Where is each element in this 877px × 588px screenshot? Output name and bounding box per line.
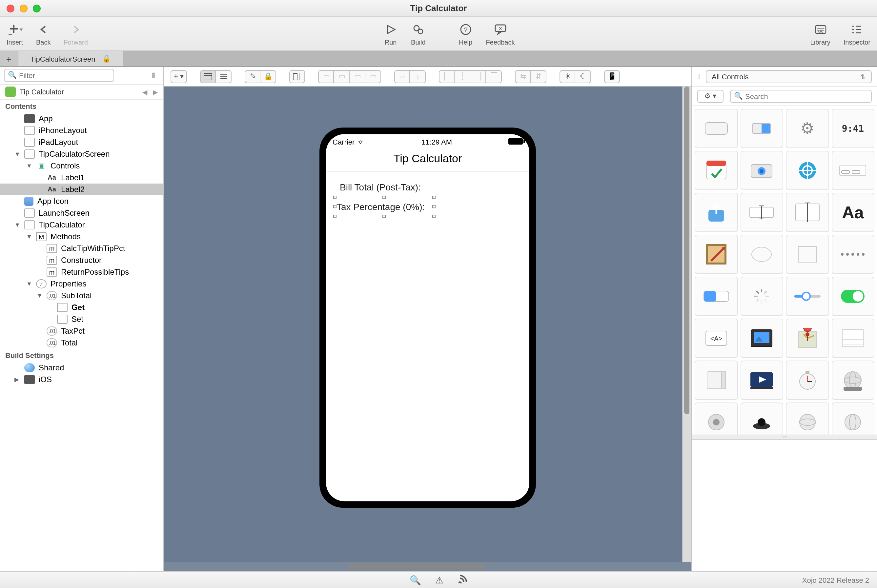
nav-item-launchscreen[interactable]: LaunchScreen (0, 207, 163, 219)
control-settings[interactable]: ⚙ (786, 109, 829, 148)
find-icon[interactable]: 🔍 (410, 574, 421, 585)
library-settings-button[interactable]: ⚙ ▾ (697, 90, 724, 103)
nav-item-prop-subtotal-get[interactable]: Get (0, 302, 163, 314)
navigator-filter-input[interactable] (4, 69, 114, 82)
nav-item-method-returntips[interactable]: mReturnPossibleTips (0, 266, 163, 278)
library-splitter[interactable]: ═ (692, 435, 877, 440)
library-button[interactable]: OK Library (804, 17, 837, 51)
control-container[interactable] (695, 360, 738, 400)
nav-item-method-calctip[interactable]: mCalcTipWithTipPct (0, 243, 163, 254)
device-picker-button[interactable]: 📱 (605, 70, 620, 83)
history-forward-icon[interactable]: ▶ (153, 88, 158, 95)
canvas-hscrollbar[interactable] (164, 562, 691, 571)
control-canvas[interactable] (695, 235, 738, 274)
control-htmlviewer[interactable]: <A> (695, 319, 738, 358)
nav-item-appicon[interactable]: App Icon (0, 195, 163, 207)
label2-control[interactable]: Tax Percentage (0%): (337, 200, 519, 213)
nav-item-prop-taxpct[interactable]: .01TaxPct (0, 325, 163, 337)
control-separator[interactable] (832, 235, 874, 274)
control-camera[interactable] (740, 151, 783, 190)
fill-width-button[interactable]: ↔ (394, 70, 410, 83)
nav-item-label2[interactable]: AaLabel2 (0, 183, 163, 195)
fill-height-button[interactable]: ↕ (410, 70, 426, 83)
align-right-button[interactable]: ▕ (471, 70, 486, 83)
control-progressbar[interactable] (740, 109, 783, 148)
control-toolbar[interactable] (832, 151, 874, 190)
nav-item-tipcalcscreen[interactable]: ▼TipCalculatorScreen (0, 148, 163, 160)
nav-item-ipadlayout[interactable]: iPadLayout (0, 136, 163, 148)
control-clock[interactable]: 9:41 (832, 109, 874, 148)
control-table[interactable] (832, 319, 874, 358)
canvas-vscrollbar[interactable] (682, 87, 691, 562)
warnings-icon[interactable]: ⚠ (435, 574, 444, 585)
view-layout-button[interactable] (200, 70, 216, 83)
control-udpsocket[interactable] (832, 402, 874, 435)
close-window-button[interactable] (6, 4, 14, 12)
control-urlconnection[interactable] (832, 360, 874, 400)
nav-item-ios[interactable]: ▶iOS (0, 374, 163, 386)
nav-item-controls[interactable]: ▼▣Controls (0, 160, 163, 172)
new-tab-button[interactable]: + (0, 51, 18, 66)
align-center-button[interactable]: ┆ (455, 70, 471, 83)
control-textfield[interactable] (740, 193, 783, 232)
design-surface[interactable]: Carrierᯤ 11:29 AM Tip Calculator Bill To… (164, 87, 691, 571)
light-mode-button[interactable]: ☀ (560, 70, 576, 83)
nav-item-iphonelayout[interactable]: iPhoneLayout (0, 124, 163, 136)
library-columns-toggle[interactable]: ⦀ (697, 72, 701, 81)
nav-item-methods[interactable]: ▼MMethods (0, 231, 163, 243)
dark-mode-button[interactable]: ☾ (576, 70, 591, 83)
nav-item-app[interactable]: App (0, 113, 163, 124)
control-textarea[interactable] (786, 193, 829, 232)
nav-item-prop-subtotal-set[interactable]: Set (0, 314, 163, 325)
control-progresswheel[interactable] (740, 277, 783, 316)
control-generic[interactable] (695, 402, 738, 435)
history-back-icon[interactable]: ◀ (142, 88, 147, 95)
nav-item-shared[interactable]: Shared (0, 362, 163, 374)
view-list-button[interactable] (216, 70, 232, 83)
order-forward-button[interactable]: ▭ (334, 70, 350, 83)
navigator-columns-toggle[interactable]: ⦀ (147, 71, 159, 80)
control-label[interactable]: Aa (832, 193, 874, 232)
library-filter-dropdown[interactable]: All Controls ⇅ (706, 70, 872, 83)
nav-item-prop-subtotal[interactable]: ▼.01SubTotal (0, 290, 163, 302)
control-datepicker[interactable] (695, 151, 738, 190)
control-thread[interactable] (740, 402, 783, 435)
control-slider[interactable] (786, 277, 829, 316)
control-location[interactable] (786, 151, 829, 190)
back-button[interactable]: Back (30, 17, 57, 51)
control-imageviewer[interactable] (740, 319, 783, 358)
inspector-button[interactable]: Inspector (837, 17, 877, 51)
space-h-button[interactable]: ⇆ (515, 70, 531, 83)
add-control-button[interactable]: + ▾ (170, 70, 187, 83)
minimize-window-button[interactable] (20, 4, 27, 12)
order-front-button[interactable]: ▭ (319, 70, 334, 83)
guides-button[interactable] (290, 70, 305, 83)
lock-button[interactable]: 🔒 (261, 70, 277, 83)
align-top-button[interactable]: ▔ (486, 70, 502, 83)
nav-item-method-constructor[interactable]: mConstructor (0, 254, 163, 266)
tab-tipcalculatorscreen[interactable]: TipCalculatorScreen 🔒 (18, 51, 123, 66)
nav-item-properties[interactable]: ▼✓Properties (0, 278, 163, 290)
run-button[interactable]: Run (377, 17, 405, 51)
control-segmented[interactable] (695, 277, 738, 316)
forward-button[interactable]: Forward (57, 17, 95, 51)
order-back-button[interactable]: ▭ (366, 70, 381, 83)
control-switch[interactable] (832, 277, 874, 316)
align-left-button[interactable]: ▏ (439, 70, 455, 83)
nav-item-prop-total[interactable]: .01Total (0, 337, 163, 349)
space-v-button[interactable]: ⇵ (531, 70, 547, 83)
zoom-window-button[interactable] (33, 4, 41, 12)
nav-item-tipcalculator-class[interactable]: ▼TipCalculator (0, 219, 163, 231)
library-search-input[interactable] (730, 90, 872, 103)
label1-control[interactable]: Bill Total (Post-Tax): (340, 180, 519, 194)
control-share[interactable] (695, 193, 738, 232)
insert-button[interactable]: ▾ Insert (0, 17, 30, 51)
control-timer[interactable] (786, 360, 829, 400)
help-button[interactable]: ? Help (452, 17, 480, 51)
control-oval[interactable] (740, 235, 783, 274)
control-rectangle[interactable] (786, 235, 829, 274)
control-button[interactable] (695, 109, 738, 148)
control-tcpsocket[interactable] (786, 402, 829, 435)
control-movieplayer[interactable] (740, 360, 783, 400)
feedback-button[interactable]: ✕ Feedback (480, 17, 522, 51)
